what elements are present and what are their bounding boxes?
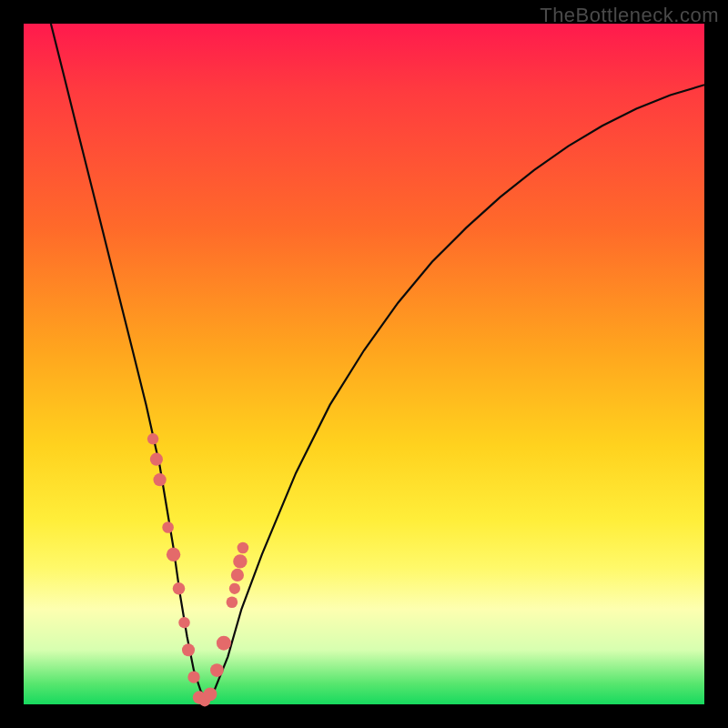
highlight-dot	[182, 643, 195, 656]
highlight-dot	[238, 542, 249, 554]
chart-frame: TheBottleneck.com	[0, 0, 728, 728]
highlight-dot	[150, 453, 163, 466]
highlight-dot	[162, 521, 174, 533]
highlight-dot	[231, 569, 244, 581]
plot-area	[24, 24, 704, 704]
highlight-dot	[233, 554, 247, 568]
highlight-dot	[147, 433, 158, 444]
highlight-dot	[210, 663, 224, 677]
highlight-dots	[147, 433, 248, 706]
highlight-dot	[227, 597, 238, 609]
highlight-dot	[187, 671, 199, 682]
bottleneck-curve	[51, 24, 704, 701]
highlight-dot	[178, 617, 189, 628]
highlight-dot	[154, 473, 167, 486]
chart-svg	[24, 24, 704, 704]
highlight-dot	[173, 582, 186, 595]
highlight-dot	[229, 583, 240, 594]
highlight-dot	[204, 687, 217, 701]
watermark-text: TheBottleneck.com	[540, 4, 719, 27]
highlight-dot	[217, 636, 231, 651]
highlight-dot	[167, 548, 180, 561]
